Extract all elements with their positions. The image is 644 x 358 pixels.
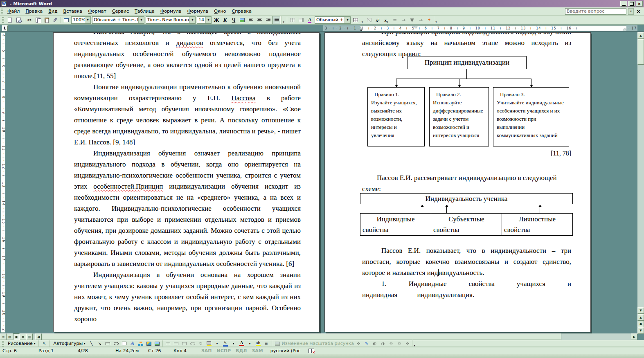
toolbar-options-chevron[interactable]: ▾ bbox=[281, 16, 286, 24]
horizontal-scroll-thumb[interactable] bbox=[42, 333, 561, 340]
font-select[interactable]: Times New Roman ▾ bbox=[146, 16, 196, 24]
diagonal-border-button[interactable] bbox=[365, 16, 373, 24]
vertical-scroll-thumb[interactable] bbox=[637, 39, 644, 65]
equation-editor-button[interactable]: ✦ bbox=[425, 16, 433, 24]
status-record-mode[interactable]: ЗАП bbox=[199, 348, 214, 353]
font-color-button[interactable]: A bbox=[238, 340, 245, 347]
picture-button-grayed[interactable] bbox=[274, 340, 281, 347]
menu-view[interactable]: Вид bbox=[45, 8, 60, 15]
line-color-dropdown-icon[interactable]: ▾ bbox=[230, 340, 237, 347]
diagram-button[interactable] bbox=[137, 340, 144, 347]
previous-page-button[interactable]: ▲ bbox=[637, 314, 644, 321]
view-reading-button[interactable]: ▥ bbox=[26, 333, 33, 340]
status-track-changes[interactable]: ИСПР bbox=[214, 348, 234, 353]
new-document-button[interactable] bbox=[6, 16, 14, 24]
equation-lines-icon[interactable]: ≡ bbox=[391, 16, 399, 24]
scroll-right-button[interactable]: ▶ bbox=[631, 333, 637, 340]
subscript-button[interactable]: x₂ bbox=[382, 16, 390, 24]
crop-button[interactable]: ✛ bbox=[355, 340, 362, 347]
align-left-button[interactable] bbox=[247, 16, 255, 24]
principle-box[interactable]: Принцип индивидуализации bbox=[408, 56, 527, 69]
italic-button[interactable]: К bbox=[221, 16, 229, 24]
highlight-button[interactable]: ab bbox=[254, 340, 262, 347]
bold-button[interactable]: Ж bbox=[212, 16, 221, 24]
right-indent-marker[interactable] bbox=[623, 28, 626, 31]
menu-tools[interactable]: Сервис bbox=[109, 8, 132, 15]
rotate-button[interactable]: ↻ bbox=[197, 340, 205, 347]
autoshapes-button[interactable]: Автофигуры ▾ bbox=[52, 341, 87, 346]
table-autoformat-button[interactable] bbox=[297, 16, 305, 24]
textbox-button[interactable] bbox=[121, 340, 128, 347]
crop-button-2[interactable]: ✛ bbox=[404, 340, 411, 347]
scroll-down-button[interactable]: ▼ bbox=[637, 307, 644, 314]
justify-button[interactable] bbox=[272, 16, 281, 24]
page-left[interactable]: Г.В.Рогова говорит, что в настоящее врем… bbox=[53, 32, 320, 332]
rule-box-2[interactable]: Правило 2. Используйте дифференцированны… bbox=[429, 87, 489, 146]
oval-button[interactable] bbox=[113, 340, 120, 347]
horizontal-scrollbar[interactable]: ≡ ▤ ▣ ≣ ▥ ◀ ▶ bbox=[0, 333, 637, 340]
drawbar-options-chevron[interactable]: ▾ bbox=[412, 340, 417, 348]
font-size-dropdown-icon[interactable]: ▾ bbox=[205, 17, 211, 23]
select-browse-object-button[interactable]: ● bbox=[637, 321, 644, 327]
styles-formatting-button[interactable]: A bbox=[306, 16, 314, 24]
question-input[interactable] bbox=[565, 8, 626, 15]
scheme-table[interactable]: Индивидные свойства Субъектные свойства … bbox=[360, 213, 573, 236]
scheme-cell-3[interactable]: Личностные свойства bbox=[502, 214, 572, 235]
menu-window[interactable]: Окно bbox=[211, 8, 229, 15]
menu-grip[interactable] bbox=[1, 9, 3, 14]
menu-formula-1[interactable]: Формула bbox=[158, 8, 185, 15]
scroll-up-button[interactable]: ▲ bbox=[637, 32, 644, 39]
vertical-ruler[interactable]: 4 · ı · 5 · ı · 6 · ı · 7 · ı · 8 · ı · … bbox=[1, 32, 5, 333]
view-web-button[interactable]: ▤ bbox=[7, 333, 13, 340]
tab-stop-selector[interactable]: L bbox=[2, 25, 8, 31]
equation-arrow-button-2[interactable]: ▼ bbox=[408, 16, 416, 24]
wordart-button[interactable]: A bbox=[129, 340, 136, 347]
status-overtype-mode[interactable]: ЗАМ bbox=[249, 348, 265, 353]
scroll-left-button[interactable]: ◀ bbox=[35, 333, 42, 340]
status-extend-mode[interactable]: ВДЛ bbox=[233, 348, 249, 353]
restore-button[interactable] bbox=[628, 1, 635, 7]
menu-help[interactable]: Справка bbox=[229, 8, 254, 15]
style2-select[interactable]: Обычный + Tir ▾ bbox=[315, 16, 351, 24]
zoom-select[interactable]: 100% ▾ bbox=[71, 16, 91, 24]
rule-box-3[interactable]: Правило 3. Учитывайте индивидуальные осо… bbox=[493, 87, 569, 146]
less-brightness-button[interactable]: ☼ bbox=[396, 340, 403, 347]
menu-edit[interactable]: Правка bbox=[23, 8, 45, 15]
menu-format[interactable]: Формат bbox=[85, 8, 109, 15]
view-outline-button[interactable]: ≣ bbox=[20, 333, 26, 340]
left-indent-marker[interactable] bbox=[360, 29, 362, 31]
font-dropdown-icon[interactable]: ▾ bbox=[189, 17, 195, 23]
paste-button[interactable] bbox=[43, 16, 51, 24]
less-contrast-button[interactable]: ◑ bbox=[379, 340, 387, 347]
line-style-button[interactable]: ≡ bbox=[263, 340, 270, 347]
menu-formula-2[interactable]: Формула bbox=[184, 8, 211, 15]
more-brightness-button[interactable]: ☼ bbox=[387, 340, 395, 347]
more-contrast-button[interactable]: ◐ bbox=[371, 340, 378, 347]
insert-table-button[interactable] bbox=[288, 16, 297, 24]
toolbar-grip[interactable] bbox=[2, 17, 4, 23]
font-color-dropdown-icon[interactable]: ▾ bbox=[246, 340, 254, 347]
close-document-button[interactable]: × bbox=[635, 8, 642, 14]
drawing-menu-button[interactable]: Рисование ▾ bbox=[6, 341, 37, 346]
first-line-indent-marker[interactable] bbox=[414, 26, 417, 28]
align-center-button[interactable] bbox=[255, 16, 263, 24]
insert-picture-button[interactable] bbox=[238, 16, 246, 24]
style-select[interactable]: Обычный + Times Ne ▾ bbox=[92, 16, 144, 24]
page-right[interactable]: При реализации принципа индивидуального … bbox=[324, 32, 591, 332]
underline-button[interactable]: Ч bbox=[230, 16, 238, 24]
fill-color-button[interactable] bbox=[205, 340, 213, 347]
superscript-button[interactable]: x² bbox=[374, 16, 382, 24]
vertical-scrollbar[interactable]: ▲ ▼ ▲ ● ▼ bbox=[637, 32, 644, 333]
draw-pencil-button[interactable]: ✎ bbox=[363, 340, 370, 347]
group-button[interactable] bbox=[164, 340, 172, 347]
next-page-button[interactable]: ▼ bbox=[637, 327, 644, 334]
horizontal-ruler[interactable]: 3 · ı · 2 · ı · 1 · ı · 1 · ı · 2 · ı · … bbox=[323, 25, 637, 31]
status-language[interactable]: русский (Рос bbox=[268, 348, 303, 353]
insert-picture-button-2[interactable] bbox=[153, 340, 161, 347]
borders-button[interactable] bbox=[351, 16, 360, 24]
equation-arrow-button-3[interactable]: → bbox=[417, 16, 425, 24]
align-right-button[interactable] bbox=[264, 16, 272, 24]
regroup-button[interactable] bbox=[181, 340, 188, 347]
style2-dropdown-icon[interactable]: ▾ bbox=[345, 17, 350, 23]
clipart-button[interactable] bbox=[145, 340, 153, 347]
